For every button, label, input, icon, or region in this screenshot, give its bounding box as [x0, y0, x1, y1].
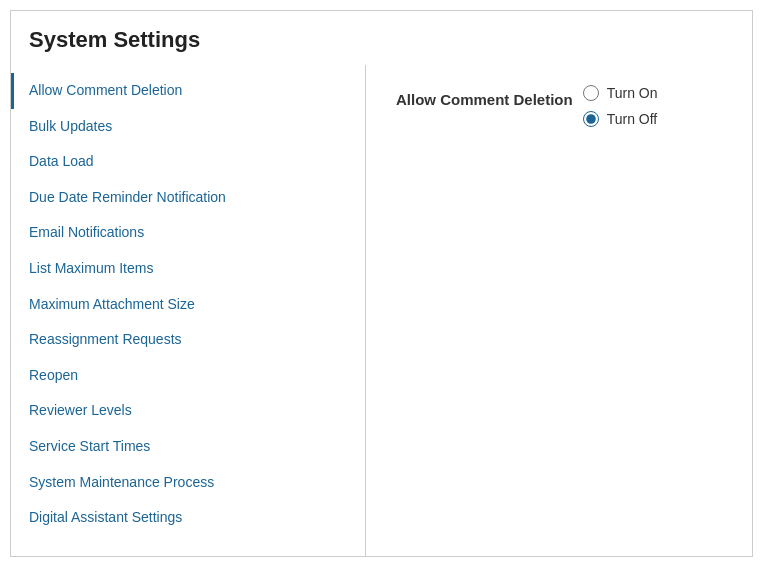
sidebar-item-reopen[interactable]: Reopen [11, 358, 365, 394]
sidebar-item-reassignment-requests[interactable]: Reassignment Requests [11, 322, 365, 358]
sidebar-item-email-notifications[interactable]: Email Notifications [11, 215, 365, 251]
setting-label: Allow Comment Deletion [396, 91, 573, 108]
sidebar-item-bulk-updates[interactable]: Bulk Updates [11, 109, 365, 145]
radio-turn-off[interactable] [583, 111, 599, 127]
radio-turn-on-label: Turn On [607, 85, 658, 101]
sidebar-item-list-maximum-items[interactable]: List Maximum Items [11, 251, 365, 287]
system-settings-container: System Settings Allow Comment DeletionBu… [10, 10, 753, 557]
page-title: System Settings [11, 11, 752, 65]
main-content: Allow Comment DeletionBulk UpdatesData L… [11, 65, 752, 556]
sidebar-item-reviewer-levels[interactable]: Reviewer Levels [11, 393, 365, 429]
sidebar-item-system-maintenance-process[interactable]: System Maintenance Process [11, 465, 365, 501]
sidebar-item-allow-comment-deletion[interactable]: Allow Comment Deletion [11, 73, 365, 109]
content-panel: Allow Comment Deletion Turn On Turn Off [366, 65, 752, 556]
setting-row: Allow Comment Deletion Turn On Turn Off [396, 85, 722, 127]
radio-turn-on[interactable] [583, 85, 599, 101]
sidebar-item-digital-assistant-settings[interactable]: Digital Assistant Settings [11, 500, 365, 536]
sidebar-item-maximum-attachment-size[interactable]: Maximum Attachment Size [11, 287, 365, 323]
radio-group: Turn On Turn Off [583, 85, 658, 127]
radio-turn-off-label: Turn Off [607, 111, 658, 127]
sidebar-item-due-date-reminder[interactable]: Due Date Reminder Notification [11, 180, 365, 216]
radio-option-turn-off[interactable]: Turn Off [583, 111, 658, 127]
sidebar-item-service-start-times[interactable]: Service Start Times [11, 429, 365, 465]
sidebar: Allow Comment DeletionBulk UpdatesData L… [11, 65, 366, 556]
radio-option-turn-on[interactable]: Turn On [583, 85, 658, 101]
sidebar-item-data-load[interactable]: Data Load [11, 144, 365, 180]
